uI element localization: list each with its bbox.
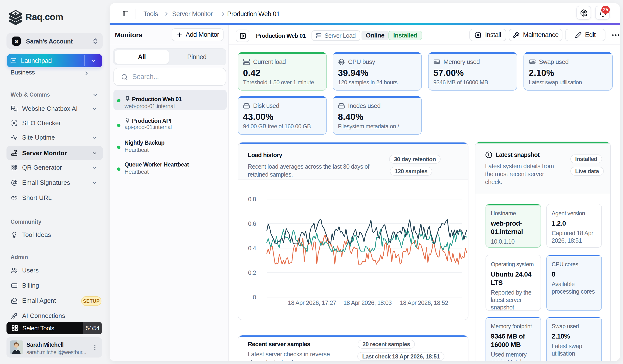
svg-text:18 Apr 2026, 17:27: 18 Apr 2026, 17:27 — [288, 299, 336, 306]
svg-text:18 Apr 2026, 18:52: 18 Apr 2026, 18:52 — [400, 299, 448, 306]
svg-text:0.4: 0.4 — [248, 245, 256, 252]
svg-text:0.8: 0.8 — [248, 196, 256, 203]
svg-text:0: 0 — [253, 294, 256, 300]
svg-text:0.6: 0.6 — [248, 220, 256, 227]
svg-text:18 Apr 2026, 18:03: 18 Apr 2026, 18:03 — [343, 299, 392, 306]
svg-text:0.2: 0.2 — [248, 269, 256, 276]
